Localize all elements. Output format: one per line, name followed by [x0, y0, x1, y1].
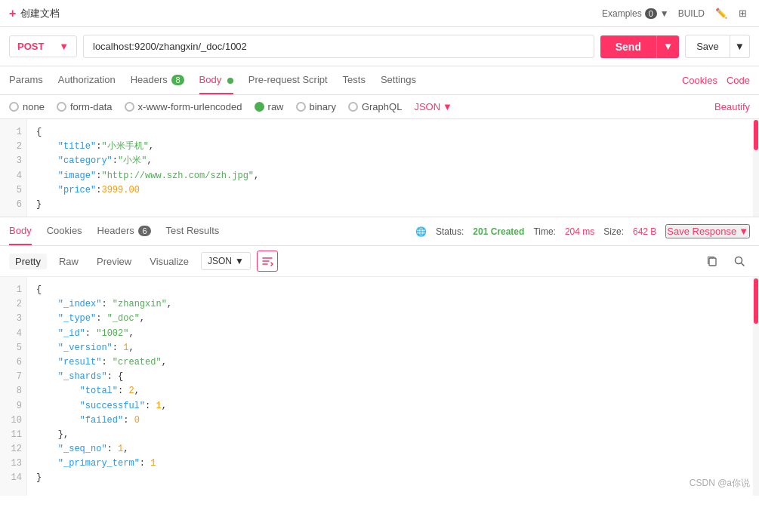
json-format-select[interactable]: JSON ▼	[414, 101, 452, 112]
status-label: Status:	[436, 226, 464, 237]
watermark: CSDN @a你说	[690, 477, 750, 490]
edit-icon[interactable]: ✏️	[714, 6, 729, 21]
radio-graphql-label: GraphQL	[362, 101, 402, 112]
json-format-label: JSON	[414, 101, 440, 112]
body-dot-icon	[227, 78, 233, 84]
time-label: Time:	[533, 226, 556, 237]
beautify-button[interactable]: Beautify	[714, 101, 750, 112]
size-value: 642 B	[633, 226, 656, 237]
headers-badge: 8	[171, 75, 184, 85]
time-value: 204 ms	[565, 226, 594, 237]
url-input[interactable]	[83, 35, 594, 58]
radio-graphql-circle	[348, 102, 358, 112]
top-icons: ✏️ ⊞	[714, 6, 750, 21]
request-scrollbar[interactable]	[753, 119, 759, 217]
request-scrollbar-thumb	[754, 120, 758, 150]
radio-form-data-circle	[57, 102, 66, 112]
view-raw[interactable]: Raw	[53, 254, 85, 269]
status-section: 🌐 Status: 201 Created Time: 204 ms Size:…	[415, 224, 750, 238]
send-btn-group: Send ▼	[600, 35, 679, 58]
examples-badge: 0	[645, 8, 657, 19]
response-line-numbers: 1234567891011121314	[0, 277, 27, 496]
response-tab-body[interactable]: Body	[9, 217, 32, 245]
response-tab-test-results[interactable]: Test Results	[166, 217, 220, 245]
tab-params[interactable]: Params	[9, 66, 43, 94]
radio-graphql[interactable]: GraphQL	[348, 101, 402, 112]
url-bar: POST ▼ Send ▼ Save ▼	[0, 27, 759, 66]
radio-none[interactable]: none	[9, 101, 45, 112]
request-tabs-right: Cookies Code	[682, 75, 750, 86]
response-scrollbar[interactable]	[753, 277, 759, 496]
view-preview[interactable]: Preview	[91, 254, 137, 269]
method-chevron-icon: ▼	[59, 41, 69, 52]
view-pretty[interactable]: Pretty	[9, 254, 47, 269]
response-scrollbar-thumb	[754, 278, 758, 324]
request-line-numbers: 123456	[0, 119, 27, 217]
top-bar-right: Examples 0 ▼ BUILD ✏️ ⊞	[602, 6, 750, 21]
radio-none-circle	[9, 102, 19, 112]
send-button[interactable]: Send	[600, 35, 656, 58]
response-json-select[interactable]: JSON ▼	[201, 252, 251, 270]
request-body-code-area: 123456 { "title":"小米手机", "category":"小米"…	[0, 119, 759, 217]
svg-rect-0	[709, 258, 716, 266]
radio-urlencoded-label: x-www-form-urlencoded	[138, 101, 242, 112]
save-button[interactable]: Save	[685, 35, 730, 58]
request-code-content[interactable]: { "title":"小米手机", "category":"小米", "imag…	[27, 119, 753, 217]
radio-urlencoded-circle	[125, 102, 134, 112]
wrap-icon[interactable]	[257, 251, 278, 272]
radio-raw[interactable]: raw	[255, 101, 284, 112]
radio-raw-label: raw	[268, 101, 284, 112]
cookies-link[interactable]: Cookies	[682, 75, 717, 86]
build-button[interactable]: BUILD	[678, 8, 705, 19]
radio-none-label: none	[23, 101, 45, 112]
response-tab-headers[interactable]: Headers 6	[97, 217, 151, 245]
view-row-right	[702, 251, 750, 272]
tab-settings[interactable]: Settings	[381, 66, 416, 94]
radio-binary-label: binary	[310, 101, 336, 112]
response-headers-badge: 6	[138, 226, 150, 236]
response-tab-cookies[interactable]: Cookies	[47, 217, 82, 245]
response-tabs-row: Body Cookies Headers 6 Test Results 🌐 St…	[0, 217, 759, 246]
tab-authorization[interactable]: Authorization	[58, 66, 116, 94]
examples-label: Examples	[602, 8, 642, 19]
size-label: Size:	[603, 226, 624, 237]
radio-binary[interactable]: binary	[296, 101, 336, 112]
save-response-button[interactable]: Save Response ▼	[665, 224, 750, 238]
layout-icon[interactable]: ⊞	[735, 6, 750, 21]
method-label: POST	[17, 41, 44, 52]
radio-form-data-label: form-data	[70, 101, 113, 112]
radio-form-data[interactable]: form-data	[57, 101, 113, 112]
top-bar-left: + 创建文档	[9, 7, 60, 20]
examples-button[interactable]: Examples 0 ▼	[602, 8, 669, 19]
radio-binary-circle	[296, 102, 306, 112]
copy-icon[interactable]	[702, 251, 723, 272]
request-tabs-row: Params Authorization Headers 8 Body Pre-…	[0, 66, 759, 95]
json-format-chevron-icon: ▼	[443, 101, 452, 112]
view-visualize[interactable]: Visualize	[143, 254, 195, 269]
request-tabs-left: Params Authorization Headers 8 Body Pre-…	[9, 66, 416, 94]
status-code: 201 Created	[473, 226, 524, 237]
response-code-content[interactable]: { "_index": "zhangxin", "_type": "_doc",…	[27, 277, 759, 496]
response-tabs-left: Body Cookies Headers 6 Test Results	[9, 217, 219, 245]
method-select[interactable]: POST ▼	[9, 35, 77, 57]
examples-chevron-icon: ▼	[660, 8, 669, 19]
response-json-chevron-icon: ▼	[235, 256, 244, 266]
radio-raw-circle	[255, 102, 264, 112]
search-icon[interactable]	[729, 251, 750, 272]
radio-row-left: none form-data x-www-form-urlencoded raw…	[9, 101, 452, 112]
save-response-chevron-icon: ▼	[739, 226, 748, 237]
tab-tests[interactable]: Tests	[343, 66, 366, 94]
code-link[interactable]: Code	[727, 75, 750, 86]
globe-icon: 🌐	[415, 226, 427, 237]
view-row: Pretty Raw Preview Visualize JSON ▼	[0, 246, 759, 277]
save-btn-group: Save ▼	[685, 35, 750, 58]
tab-body[interactable]: Body	[199, 66, 233, 94]
plus-icon: +	[9, 7, 16, 20]
radio-urlencoded[interactable]: x-www-form-urlencoded	[125, 101, 242, 112]
tab-headers[interactable]: Headers 8	[131, 66, 184, 94]
radio-row: none form-data x-www-form-urlencoded raw…	[0, 95, 759, 119]
save-dropdown-button[interactable]: ▼	[730, 35, 750, 58]
tab-pre-request[interactable]: Pre-request Script	[248, 66, 328, 94]
response-body-code-area: 1234567891011121314 { "_index": "zhangxi…	[0, 277, 759, 496]
send-dropdown-button[interactable]: ▼	[656, 35, 679, 58]
